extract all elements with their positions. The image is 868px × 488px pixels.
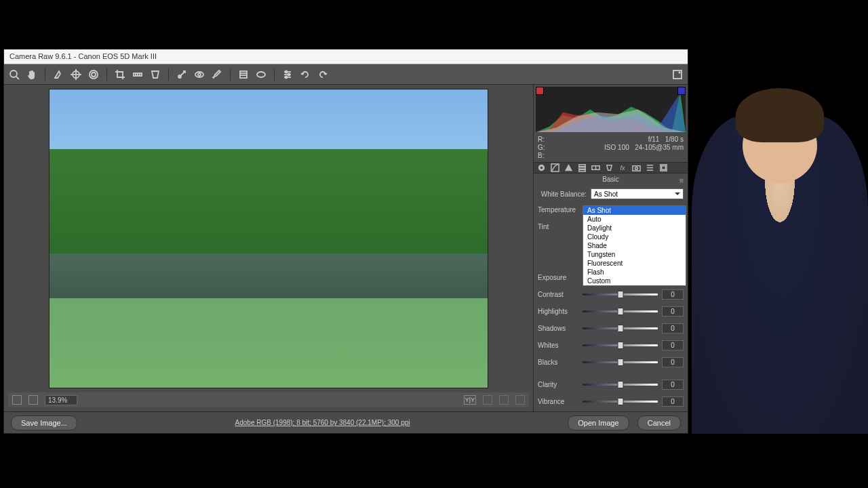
wb-option-daylight[interactable]: Daylight [583, 224, 686, 232]
tab-hsl-icon[interactable] [577, 163, 587, 173]
contrast-slider[interactable] [583, 291, 658, 299]
whites-slider[interactable] [583, 342, 658, 350]
tab-snapshots-icon[interactable] [658, 163, 668, 173]
transform-tool-icon[interactable] [149, 68, 161, 81]
svg-line-1 [16, 77, 19, 79]
exposure-label: Exposure [538, 274, 578, 281]
redeye-tool-icon[interactable] [193, 68, 205, 81]
svg-point-22 [288, 73, 290, 75]
tab-fx-icon[interactable]: fx [618, 163, 627, 173]
bottom-bar: Save Image... Adobe RGB (1998); 8 bit; 5… [4, 411, 688, 433]
temperature-label: Temperature [538, 206, 578, 214]
targeted-adjustment-icon[interactable] [87, 68, 100, 81]
spot-removal-icon[interactable] [176, 68, 188, 81]
svg-rect-28 [578, 165, 585, 167]
svg-rect-30 [578, 169, 585, 171]
straighten-tool-icon[interactable] [132, 68, 144, 81]
wb-option-as-shot[interactable]: As Shot [583, 206, 686, 215]
image-preview[interactable] [49, 89, 488, 388]
shadows-slider[interactable] [583, 325, 658, 333]
presenter-person [692, 115, 868, 434]
save-image-button[interactable]: Save Image... [11, 415, 77, 430]
svg-point-21 [285, 70, 288, 73]
clarity-value[interactable]: 0 [662, 380, 684, 390]
panel-tabs: fx [534, 162, 688, 174]
wb-option-flash[interactable]: Flash [583, 268, 686, 277]
svg-rect-14 [240, 71, 247, 78]
white-balance-select[interactable]: As Shot [591, 188, 684, 199]
svg-rect-29 [578, 167, 585, 169]
wb-option-auto[interactable]: Auto [583, 215, 686, 224]
before-after-toggle[interactable]: Y|Y [464, 395, 476, 405]
white-balance-tool-icon[interactable] [52, 68, 64, 81]
panel-title: Basic ≡ [534, 174, 688, 185]
zoom-tool-icon[interactable] [8, 68, 20, 81]
radial-filter-icon[interactable] [255, 68, 267, 81]
vibrance-value[interactable]: 0 [662, 396, 684, 407]
cancel-button[interactable]: Cancel [637, 415, 681, 430]
svg-rect-24 [673, 70, 682, 79]
tab-presets-icon[interactable] [645, 163, 654, 173]
clarity-slider[interactable] [583, 381, 658, 389]
highlights-value[interactable]: 0 [662, 306, 684, 317]
workflow-options-link[interactable]: Adobe RGB (1998); 8 bit; 5760 by 3840 (2… [85, 419, 559, 426]
filmstrip-toggle-icon[interactable] [12, 395, 22, 405]
hand-tool-icon[interactable] [26, 68, 38, 81]
tab-curve-icon[interactable] [550, 163, 559, 173]
open-image-button[interactable]: Open Image [568, 415, 629, 430]
view-mode-1-icon[interactable] [483, 395, 492, 405]
blacks-label: Blacks [538, 359, 578, 366]
highlights-slider[interactable] [583, 308, 658, 316]
view-mode-2-icon[interactable] [499, 395, 509, 405]
fullscreen-icon[interactable] [671, 68, 684, 81]
svg-point-26 [540, 167, 542, 169]
svg-point-23 [285, 76, 288, 78]
highlights-label: Highlights [538, 308, 578, 315]
wb-option-fluorescent[interactable]: Fluorescent [583, 259, 686, 268]
tab-camera-icon[interactable] [631, 163, 641, 173]
adjustments-panel: R: f/11 1/80 s G: ISO 100 24-105@35 mm B… [533, 85, 688, 411]
svg-point-17 [257, 72, 265, 77]
view-mode-3-icon[interactable] [515, 395, 525, 405]
preview-footer: 13.9% White Balance.CR2 Y|Y [8, 392, 529, 407]
whites-value[interactable]: 0 [662, 340, 684, 350]
tab-detail-icon[interactable] [564, 163, 573, 173]
zoom-select[interactable]: 13.9% [45, 395, 77, 405]
graduated-filter-icon[interactable] [237, 68, 250, 81]
camera-raw-window: Camera Raw 9.6.1 - Canon EOS 5D Mark III [3, 49, 688, 434]
filmstrip-toggle-2-icon[interactable] [28, 395, 38, 405]
exif-readout: R: f/11 1/80 s G: ISO 100 24-105@35 mm B… [534, 134, 688, 162]
contrast-label: Contrast [538, 291, 578, 298]
wb-option-shade[interactable]: Shade [583, 241, 686, 250]
panel-menu-icon[interactable]: ≡ [679, 176, 684, 184]
adjustment-brush-icon[interactable] [211, 68, 223, 81]
contrast-value[interactable]: 0 [662, 289, 684, 300]
shadows-label: Shadows [538, 325, 578, 332]
toolbar [4, 64, 688, 85]
vibrance-label: Vibrance [538, 398, 578, 405]
shadows-value[interactable]: 0 [662, 323, 684, 333]
crop-tool-icon[interactable] [114, 68, 126, 81]
white-balance-label: White Balance: [538, 190, 587, 198]
tab-basic-icon[interactable] [536, 163, 546, 173]
color-sampler-icon[interactable] [70, 68, 82, 81]
histogram[interactable] [536, 87, 686, 132]
white-balance-dropdown[interactable]: As Shot Auto Daylight Cloudy Shade Tungs… [583, 205, 686, 286]
vibrance-slider[interactable] [583, 398, 658, 406]
highlight-clip-warning-icon[interactable] [677, 87, 686, 95]
wb-option-custom[interactable]: Custom [583, 277, 686, 285]
wb-option-tungsten[interactable]: Tungsten [583, 250, 686, 259]
tab-lens-icon[interactable] [604, 163, 614, 173]
svg-point-13 [198, 73, 201, 76]
blacks-value[interactable]: 0 [662, 357, 684, 367]
svg-point-0 [10, 70, 17, 77]
wb-option-cloudy[interactable]: Cloudy [583, 232, 686, 241]
tab-split-icon[interactable] [591, 163, 600, 173]
preferences-icon[interactable] [281, 68, 294, 81]
blacks-slider[interactable] [583, 359, 658, 367]
shadow-clip-warning-icon[interactable] [536, 87, 544, 95]
rotate-ccw-icon[interactable] [299, 68, 311, 81]
titlebar: Camera Raw 9.6.1 - Canon EOS 5D Mark III [4, 49, 688, 64]
rotate-cw-icon[interactable] [317, 68, 329, 81]
whites-label: Whites [538, 342, 578, 349]
